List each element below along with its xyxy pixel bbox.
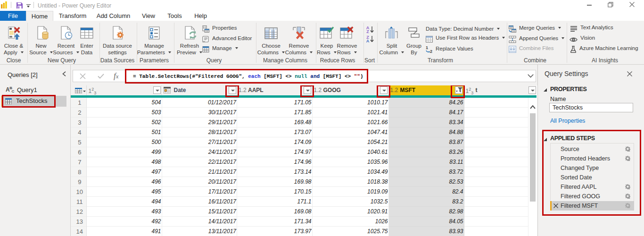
- svg-text:1: 1: [426, 46, 428, 50]
- svg-text:2: 2: [430, 49, 432, 53]
